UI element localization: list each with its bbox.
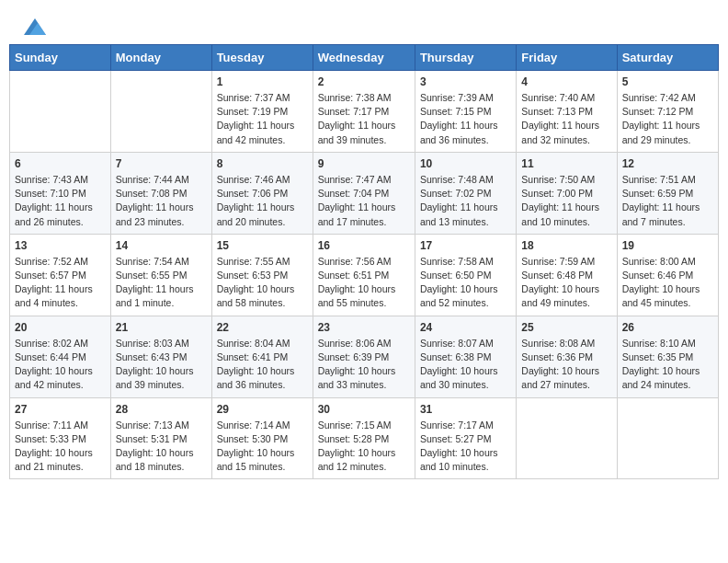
day-info: Sunrise: 8:06 AM Sunset: 6:39 PM Dayligh… <box>318 337 410 393</box>
calendar-cell <box>110 71 211 153</box>
calendar-cell: 7Sunrise: 7:44 AM Sunset: 7:08 PM Daylig… <box>110 152 211 234</box>
day-number: 25 <box>521 321 611 334</box>
day-number: 29 <box>217 403 308 416</box>
day-info: Sunrise: 7:15 AM Sunset: 5:28 PM Dayligh… <box>318 419 410 475</box>
calendar-cell: 11Sunrise: 7:50 AM Sunset: 7:00 PM Dayli… <box>517 152 617 234</box>
day-number: 30 <box>318 403 410 416</box>
day-info: Sunrise: 7:40 AM Sunset: 7:13 PM Dayligh… <box>521 91 611 147</box>
day-info: Sunrise: 8:10 AM Sunset: 6:35 PM Dayligh… <box>622 337 713 393</box>
weekday-header: Sunday <box>10 45 111 71</box>
weekday-header: Tuesday <box>211 45 313 71</box>
day-number: 7 <box>116 157 207 170</box>
calendar-cell: 17Sunrise: 7:58 AM Sunset: 6:50 PM Dayli… <box>415 234 516 316</box>
calendar-cell: 6Sunrise: 7:43 AM Sunset: 7:10 PM Daylig… <box>10 152 111 234</box>
day-number: 27 <box>15 403 106 416</box>
calendar-cell: 23Sunrise: 8:06 AM Sunset: 6:39 PM Dayli… <box>313 316 415 397</box>
calendar-cell: 2Sunrise: 7:38 AM Sunset: 7:17 PM Daylig… <box>313 71 415 153</box>
calendar-week-row: 1Sunrise: 7:37 AM Sunset: 7:19 PM Daylig… <box>10 71 719 153</box>
day-info: Sunrise: 8:07 AM Sunset: 6:38 PM Dayligh… <box>420 337 511 393</box>
weekday-header: Thursday <box>415 45 516 71</box>
calendar-cell: 4Sunrise: 7:40 AM Sunset: 7:13 PM Daylig… <box>517 71 617 153</box>
calendar-week-row: 27Sunrise: 7:11 AM Sunset: 5:33 PM Dayli… <box>10 397 719 479</box>
weekday-row: SundayMondayTuesdayWednesdayThursdayFrid… <box>10 45 719 71</box>
day-number: 18 <box>521 239 611 252</box>
calendar-table: SundayMondayTuesdayWednesdayThursdayFrid… <box>9 44 719 479</box>
logo-icon <box>24 18 46 35</box>
calendar-cell: 18Sunrise: 7:59 AM Sunset: 6:48 PM Dayli… <box>517 234 617 316</box>
calendar-cell: 25Sunrise: 8:08 AM Sunset: 6:36 PM Dayli… <box>517 316 617 397</box>
day-number: 14 <box>116 239 207 252</box>
weekday-header: Friday <box>517 45 617 71</box>
calendar-cell: 14Sunrise: 7:54 AM Sunset: 6:55 PM Dayli… <box>110 234 211 316</box>
calendar-cell: 21Sunrise: 8:03 AM Sunset: 6:43 PM Dayli… <box>110 316 211 397</box>
calendar-cell: 9Sunrise: 7:47 AM Sunset: 7:04 PM Daylig… <box>313 152 415 234</box>
calendar-cell: 13Sunrise: 7:52 AM Sunset: 6:57 PM Dayli… <box>10 234 111 316</box>
day-number: 11 <box>521 157 611 170</box>
calendar-cell: 3Sunrise: 7:39 AM Sunset: 7:15 PM Daylig… <box>415 71 516 153</box>
calendar-cell: 15Sunrise: 7:55 AM Sunset: 6:53 PM Dayli… <box>211 234 313 316</box>
day-info: Sunrise: 7:47 AM Sunset: 7:04 PM Dayligh… <box>318 173 410 229</box>
day-info: Sunrise: 8:00 AM Sunset: 6:46 PM Dayligh… <box>622 255 713 311</box>
day-number: 10 <box>420 157 511 170</box>
day-number: 9 <box>318 157 410 170</box>
weekday-header: Saturday <box>617 45 718 71</box>
page-header <box>9 9 719 40</box>
calendar-cell: 8Sunrise: 7:46 AM Sunset: 7:06 PM Daylig… <box>211 152 313 234</box>
day-number: 28 <box>116 403 207 416</box>
calendar-cell: 29Sunrise: 7:14 AM Sunset: 5:30 PM Dayli… <box>211 397 313 479</box>
calendar-cell: 12Sunrise: 7:51 AM Sunset: 6:59 PM Dayli… <box>617 152 718 234</box>
calendar-cell: 10Sunrise: 7:48 AM Sunset: 7:02 PM Dayli… <box>415 152 516 234</box>
day-info: Sunrise: 7:46 AM Sunset: 7:06 PM Dayligh… <box>217 173 308 229</box>
day-number: 3 <box>420 75 511 88</box>
calendar-cell: 27Sunrise: 7:11 AM Sunset: 5:33 PM Dayli… <box>10 397 111 479</box>
day-info: Sunrise: 7:52 AM Sunset: 6:57 PM Dayligh… <box>15 255 106 311</box>
day-number: 20 <box>15 321 106 334</box>
day-number: 26 <box>622 321 713 334</box>
day-info: Sunrise: 7:55 AM Sunset: 6:53 PM Dayligh… <box>217 255 308 311</box>
day-number: 22 <box>217 321 308 334</box>
calendar-cell: 31Sunrise: 7:17 AM Sunset: 5:27 PM Dayli… <box>415 397 516 479</box>
day-number: 1 <box>217 75 308 88</box>
day-info: Sunrise: 7:48 AM Sunset: 7:02 PM Dayligh… <box>420 173 511 229</box>
day-info: Sunrise: 7:54 AM Sunset: 6:55 PM Dayligh… <box>116 255 207 311</box>
calendar-cell: 30Sunrise: 7:15 AM Sunset: 5:28 PM Dayli… <box>313 397 415 479</box>
day-number: 21 <box>116 321 207 334</box>
day-info: Sunrise: 7:39 AM Sunset: 7:15 PM Dayligh… <box>420 91 511 147</box>
day-info: Sunrise: 7:51 AM Sunset: 6:59 PM Dayligh… <box>622 173 713 229</box>
day-info: Sunrise: 7:17 AM Sunset: 5:27 PM Dayligh… <box>420 419 511 475</box>
calendar-cell: 28Sunrise: 7:13 AM Sunset: 5:31 PM Dayli… <box>110 397 211 479</box>
day-number: 17 <box>420 239 511 252</box>
day-info: Sunrise: 7:44 AM Sunset: 7:08 PM Dayligh… <box>116 173 207 229</box>
day-number: 2 <box>318 75 410 88</box>
day-info: Sunrise: 8:08 AM Sunset: 6:36 PM Dayligh… <box>521 337 611 393</box>
day-info: Sunrise: 7:58 AM Sunset: 6:50 PM Dayligh… <box>420 255 511 311</box>
calendar-cell: 22Sunrise: 8:04 AM Sunset: 6:41 PM Dayli… <box>211 316 313 397</box>
day-number: 16 <box>318 239 410 252</box>
day-info: Sunrise: 7:42 AM Sunset: 7:12 PM Dayligh… <box>622 91 713 147</box>
calendar-week-row: 13Sunrise: 7:52 AM Sunset: 6:57 PM Dayli… <box>10 234 719 316</box>
calendar-cell <box>517 397 617 479</box>
day-number: 24 <box>420 321 511 334</box>
day-info: Sunrise: 7:11 AM Sunset: 5:33 PM Dayligh… <box>15 419 106 475</box>
calendar-cell: 1Sunrise: 7:37 AM Sunset: 7:19 PM Daylig… <box>211 71 313 153</box>
weekday-header: Wednesday <box>313 45 415 71</box>
weekday-header: Monday <box>110 45 211 71</box>
calendar-cell: 16Sunrise: 7:56 AM Sunset: 6:51 PM Dayli… <box>313 234 415 316</box>
calendar-cell: 19Sunrise: 8:00 AM Sunset: 6:46 PM Dayli… <box>617 234 718 316</box>
calendar-cell: 5Sunrise: 7:42 AM Sunset: 7:12 PM Daylig… <box>617 71 718 153</box>
day-info: Sunrise: 7:50 AM Sunset: 7:00 PM Dayligh… <box>521 173 611 229</box>
day-number: 8 <box>217 157 308 170</box>
calendar-cell: 20Sunrise: 8:02 AM Sunset: 6:44 PM Dayli… <box>10 316 111 397</box>
calendar-week-row: 6Sunrise: 7:43 AM Sunset: 7:10 PM Daylig… <box>10 152 719 234</box>
day-info: Sunrise: 7:14 AM Sunset: 5:30 PM Dayligh… <box>217 419 308 475</box>
day-number: 6 <box>15 157 106 170</box>
calendar-cell <box>10 71 111 153</box>
day-number: 15 <box>217 239 308 252</box>
day-info: Sunrise: 8:03 AM Sunset: 6:43 PM Dayligh… <box>116 337 207 393</box>
calendar-cell: 24Sunrise: 8:07 AM Sunset: 6:38 PM Dayli… <box>415 316 516 397</box>
day-number: 31 <box>420 403 511 416</box>
logo <box>18 18 50 35</box>
day-number: 4 <box>521 75 611 88</box>
day-number: 5 <box>622 75 713 88</box>
calendar-cell <box>617 397 718 479</box>
